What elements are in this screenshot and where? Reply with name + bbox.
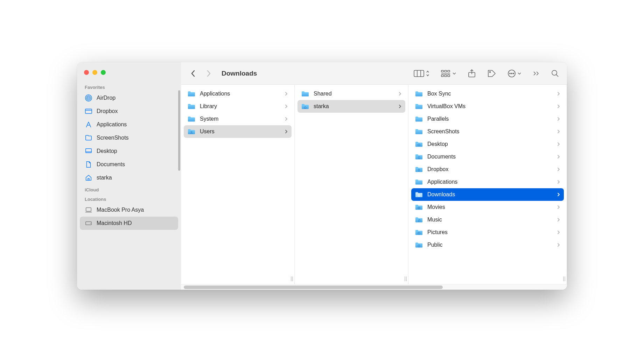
chevron-right-icon: [398, 104, 402, 108]
sidebar-item-macbook-pro-asya[interactable]: MacBook Pro Asya: [80, 203, 178, 217]
file-row-applications[interactable]: Applications: [184, 87, 292, 100]
file-row-label: Users: [200, 128, 280, 135]
column-1[interactable]: Sharedstarka: [295, 85, 408, 284]
file-row-desktop[interactable]: Desktop: [411, 138, 564, 150]
column-0[interactable]: ApplicationsLibrarySystemUsers: [181, 85, 295, 284]
file-row-label: Shared: [314, 91, 394, 97]
sidebar-item-airdrop[interactable]: AirDrop: [80, 91, 178, 105]
svg-point-24: [489, 71, 490, 72]
svg-line-30: [556, 75, 558, 77]
svg-rect-8: [86, 208, 91, 211]
view-columns-button[interactable]: [412, 70, 431, 77]
file-row-music[interactable]: Music: [411, 213, 564, 226]
folder-icon: [187, 91, 196, 97]
file-row-screenshots[interactable]: ScreenShots: [411, 125, 564, 138]
forward-button[interactable]: [204, 66, 213, 80]
svg-point-11: [90, 223, 91, 224]
chevron-right-icon: [557, 92, 560, 96]
file-row-applications[interactable]: Applications: [411, 176, 564, 188]
chevron-right-icon: [557, 192, 560, 197]
file-row-system[interactable]: System: [184, 113, 292, 125]
svg-rect-19: [441, 75, 443, 77]
file-row-label: starka: [314, 103, 394, 110]
share-button[interactable]: [466, 69, 477, 78]
file-row-shared[interactable]: Shared: [298, 87, 405, 100]
sidebar-item-documents[interactable]: Documents: [80, 158, 178, 171]
file-row-documents[interactable]: Documents: [411, 150, 564, 163]
svg-point-28: [513, 73, 514, 73]
tags-button[interactable]: [486, 69, 498, 78]
file-row-label: System: [200, 116, 280, 122]
file-row-starka[interactable]: starka: [298, 100, 405, 113]
main-pane: Downloads: [181, 62, 567, 290]
file-row-users[interactable]: Users: [184, 125, 292, 138]
column-2[interactable]: Box SyncVirtualBox VMsParallelsScreenSho…: [408, 85, 567, 284]
sidebar-item-label: ScreenShots: [97, 135, 129, 141]
file-row-label: Public: [427, 242, 553, 248]
file-row-dropbox[interactable]: Dropbox: [411, 163, 564, 176]
chevron-right-icon: [557, 243, 560, 247]
overflow-button[interactable]: [531, 71, 541, 76]
chevron-right-icon: [557, 104, 560, 108]
folder-icon: [415, 141, 423, 147]
sidebar-section-title: Locations: [80, 194, 178, 203]
back-button[interactable]: [189, 66, 198, 80]
chevron-right-icon: [285, 117, 288, 121]
folder-icon: [415, 166, 423, 173]
sidebar-item-applications[interactable]: Applications: [80, 118, 178, 131]
svg-point-39: [419, 221, 420, 221]
file-row-pictures[interactable]: Pictures: [411, 226, 564, 239]
folder-icon: [415, 242, 423, 248]
chevron-right-icon: [285, 104, 288, 108]
window-title: Downloads: [222, 70, 257, 77]
folder-icon: [415, 154, 423, 160]
sidebar-item-starka[interactable]: starka: [80, 171, 178, 184]
close-button[interactable]: [84, 70, 89, 75]
horizontal-scrollbar-thumb[interactable]: [184, 286, 443, 289]
finder-window: FavoritesAirDropDropboxApplicationsScree…: [77, 62, 567, 290]
file-row-public[interactable]: Public: [411, 239, 564, 251]
file-row-downloads[interactable]: Downloads: [411, 188, 564, 201]
column-resize-handle[interactable]: [291, 276, 293, 281]
sidebar-item-label: starka: [97, 175, 112, 181]
file-row-box-sync[interactable]: Box Sync: [411, 87, 564, 100]
file-row-label: Pictures: [427, 229, 553, 235]
chevron-right-icon: [557, 155, 560, 159]
column-resize-handle[interactable]: [563, 276, 566, 281]
folder-icon: [415, 191, 423, 198]
svg-rect-15: [441, 70, 443, 72]
search-button[interactable]: [550, 69, 561, 78]
sidebar-item-desktop[interactable]: Desktop: [80, 145, 178, 158]
sidebar-item-label: Documents: [97, 161, 125, 168]
file-row-virtualbox-vms[interactable]: VirtualBox VMs: [411, 100, 564, 113]
column-resize-handle[interactable]: [405, 276, 407, 281]
file-row-parallels[interactable]: Parallels: [411, 113, 564, 125]
file-row-library[interactable]: Library: [184, 100, 292, 113]
horizontal-scrollbar-track[interactable]: [181, 284, 567, 290]
action-menu-button[interactable]: [506, 69, 523, 78]
group-by-button[interactable]: [440, 70, 458, 77]
sidebar-item-screenshots[interactable]: ScreenShots: [80, 131, 178, 145]
zoom-button[interactable]: [101, 70, 106, 75]
svg-point-41: [418, 233, 419, 233]
svg-rect-21: [448, 75, 450, 77]
sidebar-scrollbar[interactable]: [178, 90, 180, 171]
file-row-movies[interactable]: Movies: [411, 201, 564, 213]
sidebar-item-macintosh-hd[interactable]: Macintosh HD: [80, 217, 178, 230]
chevron-right-icon: [285, 129, 288, 134]
chevron-right-icon: [557, 117, 560, 121]
dropbox-icon: [85, 107, 92, 115]
sidebar-item-label: MacBook Pro Asya: [97, 207, 144, 213]
folder-icon: [301, 103, 309, 110]
desktop-icon: [85, 147, 92, 155]
folder-icon: [415, 217, 423, 223]
folder-icon: [187, 103, 196, 110]
minimize-button[interactable]: [92, 70, 97, 75]
svg-point-0: [88, 97, 90, 99]
folder-icon: [415, 204, 423, 210]
sidebar-item-label: AirDrop: [97, 95, 115, 101]
laptop-icon: [85, 206, 92, 214]
column-browser: ApplicationsLibrarySystemUsers Sharedsta…: [181, 85, 567, 284]
svg-point-29: [552, 70, 557, 75]
sidebar-item-dropbox[interactable]: Dropbox: [80, 105, 178, 118]
